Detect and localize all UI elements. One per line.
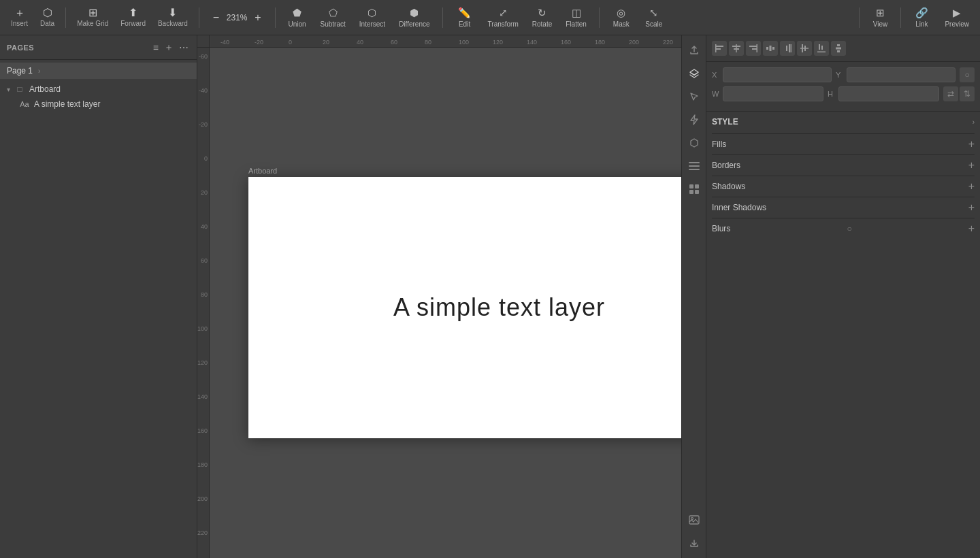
align-bottom-button[interactable]: [814, 41, 829, 56]
svg-rect-6: [689, 190, 693, 194]
preview-icon: ▶: [953, 7, 961, 19]
right-area: X Y ○ W: [681, 35, 980, 558]
fills-add-button[interactable]: +: [968, 138, 975, 150]
zoom-out-button[interactable]: −: [210, 10, 222, 25]
style-chevron-icon[interactable]: ›: [973, 118, 975, 126]
distribute-v-button[interactable]: [831, 41, 846, 56]
make-grid-button[interactable]: ⊞ Make Grid: [71, 5, 114, 30]
svg-rect-23: [786, 46, 787, 51]
main-area: PAGES ≡ ＋ ⋯ Page 1 › ▾ □ Artboard Aa A s…: [0, 35, 980, 558]
edit-button[interactable]: ✏️ Edit: [448, 4, 481, 31]
view-toggle-button[interactable]: ⊞ View: [865, 4, 895, 31]
align-center-h-button[interactable]: [729, 41, 744, 56]
link-button[interactable]: 🔗 Link: [906, 4, 936, 31]
align-right-button[interactable]: [746, 41, 761, 56]
w-input[interactable]: [723, 86, 823, 101]
edit-ops-group: ✏️ Edit ⤢ Transform ↻ Rotate ◫ Flatten: [448, 4, 593, 31]
layer-item-text[interactable]: Aa A simple text layer: [0, 97, 197, 112]
prototype-button[interactable]: [685, 110, 704, 129]
difference-icon: ⬢: [410, 7, 419, 19]
scale-button[interactable]: ⤡ Scale: [638, 4, 670, 31]
svg-rect-22: [789, 44, 790, 52]
flatten-button[interactable]: ◫ Flatten: [559, 4, 593, 31]
y-input[interactable]: [847, 67, 956, 82]
right-toolbar: ⊞ View 🔗 Link ▶ Preview: [856, 4, 975, 31]
subtract-button[interactable]: ⬠ Subtract: [314, 4, 353, 31]
edit-label: Edit: [459, 20, 470, 28]
flip-v-button[interactable]: ⇅: [960, 86, 975, 101]
backward-button[interactable]: ⬇ Backward: [152, 5, 193, 30]
align-middle-v-button[interactable]: [797, 41, 812, 56]
page-name: Page 1: [7, 66, 33, 76]
import-button[interactable]: [685, 534, 704, 553]
mask-button[interactable]: ◎ Mask: [605, 4, 638, 31]
insert-icon: ＋: [14, 7, 25, 18]
components-button[interactable]: [685, 133, 704, 152]
export-button[interactable]: [685, 41, 704, 60]
blurs-toggle[interactable]: ○: [847, 224, 851, 233]
x-input[interactable]: [723, 67, 832, 82]
union-button[interactable]: ⬟ Union: [281, 4, 314, 31]
list-icon: [689, 162, 700, 170]
text-layer-icon: Aa: [19, 100, 30, 108]
intersect-button[interactable]: ⬡ Intersect: [353, 4, 392, 31]
svg-rect-31: [837, 44, 840, 46]
x-label: X: [712, 71, 720, 79]
left-panel: PAGES ≡ ＋ ⋯ Page 1 › ▾ □ Artboard Aa A s…: [0, 35, 197, 558]
canvas-area[interactable]: -40 -20 0 20 40 60 80 100 120 140 160 18…: [197, 35, 681, 558]
pages-add-button[interactable]: ＋: [163, 40, 175, 55]
layer-item-artboard[interactable]: ▾ □ Artboard: [0, 82, 197, 97]
layer-artboard-name: Artboard: [29, 84, 61, 94]
h-input[interactable]: [838, 86, 939, 101]
align-left-button[interactable]: [712, 41, 727, 56]
flip-h-button[interactable]: ⇄: [943, 86, 958, 101]
scale-label: Scale: [645, 20, 662, 28]
data-button[interactable]: ⬡ Data: [35, 5, 60, 30]
zoom-in-button[interactable]: +: [252, 10, 263, 25]
link-label: Link: [915, 20, 928, 28]
canvas-content[interactable]: Artboard A simple text layer: [210, 48, 681, 558]
svg-rect-7: [695, 190, 699, 194]
artboard-icon: □: [14, 84, 25, 94]
pages-panel-button[interactable]: [685, 157, 704, 176]
export-icon: [689, 45, 700, 56]
pages-list-button[interactable]: ≡: [152, 40, 160, 55]
blurs-add-button[interactable]: +: [968, 223, 975, 235]
expand-icon: ▾: [7, 86, 10, 93]
forward-button[interactable]: ⬆ Forward: [115, 5, 151, 30]
svg-rect-16: [749, 46, 757, 47]
right-icon-sidebar: [681, 35, 706, 558]
svg-rect-15: [736, 44, 737, 52]
layer-tool-button[interactable]: [685, 64, 704, 83]
align-top-button[interactable]: [780, 41, 795, 56]
borders-add-button[interactable]: +: [968, 159, 975, 171]
shadows-add-button[interactable]: +: [968, 180, 975, 193]
artboard-frame[interactable]: A simple text layer: [248, 177, 681, 438]
divider-4: [442, 7, 443, 28]
w-field: W: [712, 86, 823, 101]
transform-button[interactable]: ⤢ Transform: [481, 4, 525, 31]
grid-icon: ⊞: [88, 7, 97, 18]
y-field: Y: [836, 67, 956, 82]
image-panel-button[interactable]: [685, 510, 704, 529]
difference-button[interactable]: ⬢ Difference: [392, 4, 436, 31]
backward-icon: ⬇: [168, 7, 177, 18]
insert-button[interactable]: ＋ Insert: [5, 5, 33, 30]
cursor-tool-button[interactable]: [685, 87, 704, 106]
rotate-button[interactable]: ↻ Rotate: [525, 4, 559, 31]
pages-options-button[interactable]: ⋯: [178, 40, 190, 55]
page-item[interactable]: Page 1 ›: [0, 63, 197, 79]
assets-icon: [689, 184, 699, 194]
svg-rect-24: [791, 44, 792, 52]
fills-label: Fills: [712, 140, 726, 149]
distribute-h-button[interactable]: [763, 41, 778, 56]
pages-header: PAGES ≡ ＋ ⋯: [0, 35, 197, 60]
assets-button[interactable]: [685, 180, 704, 199]
lock-ratio-button[interactable]: ○: [960, 67, 975, 82]
preview-button[interactable]: ▶ Preview: [939, 4, 975, 31]
artboard-text-content: A simple text layer: [393, 293, 605, 322]
inner-shadows-add-button[interactable]: +: [968, 201, 975, 214]
pages-title: PAGES: [7, 44, 34, 52]
arrange-group: ⊞ Make Grid ⬆ Forward ⬇ Backward: [71, 5, 193, 30]
svg-rect-19: [766, 47, 768, 50]
